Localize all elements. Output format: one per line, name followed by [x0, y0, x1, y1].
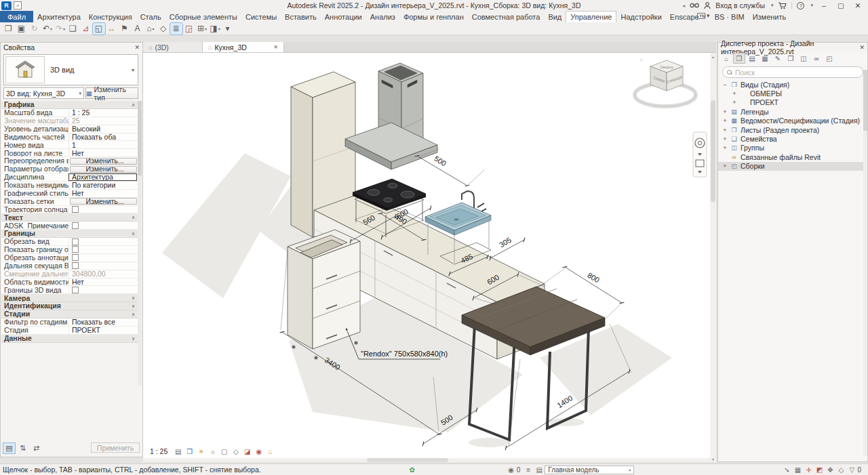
property-value[interactable]: Изменить...: [70, 158, 137, 165]
ribbon-tab[interactable]: Конструкция: [85, 11, 136, 22]
sort-grouping-icon[interactable]: ⇄: [31, 443, 42, 453]
select-links-icon[interactable]: ➘: [781, 466, 792, 474]
type-caret-icon[interactable]: ▾: [132, 67, 138, 73]
ribbon-tab[interactable]: Анализ: [366, 11, 399, 22]
editing-requests-icon[interactable]: ◉: [506, 466, 517, 474]
scroll-thumb[interactable]: [711, 100, 715, 202]
property-value[interactable]: Нет: [68, 149, 138, 157]
expand-icon[interactable]: +: [722, 108, 728, 115]
print-icon[interactable]: ❑: [67, 23, 79, 35]
worksets-icon[interactable]: ≡: [523, 466, 534, 474]
property-value[interactable]: [68, 222, 138, 229]
horizontal-scrollbar[interactable]: [143, 458, 710, 462]
expand-icon[interactable]: +: [722, 144, 728, 151]
property-value[interactable]: [68, 206, 138, 213]
property-row[interactable]: Графика ∧: [1, 101, 138, 109]
qat-customize-icon[interactable]: ▾: [222, 23, 234, 35]
visual-style-icon[interactable]: ❒: [184, 447, 195, 456]
section-box-icon[interactable]: ◱: [93, 23, 105, 35]
ribbon-tab[interactable]: Формы и генплан: [399, 11, 468, 22]
temporary-hide-icon[interactable]: ◪: [242, 447, 252, 456]
exclude-options-icon[interactable]: ◇: [835, 466, 846, 474]
tree-item-legends[interactable]: + ▤ Легенды: [718, 107, 867, 116]
tree-item-groups[interactable]: + ◫ Группы: [718, 144, 867, 152]
property-row[interactable]: Смещение дальнего пр... 304800,00: [1, 270, 138, 278]
property-value[interactable]: Архитектура: [68, 173, 137, 181]
property-value[interactable]: [68, 286, 138, 293]
ribbon-tab[interactable]: BS · BIM: [711, 11, 749, 22]
reveal-hidden-icon[interactable]: ◉: [254, 447, 264, 456]
shadows-icon[interactable]: ☼: [208, 447, 218, 456]
property-value[interactable]: [68, 238, 138, 245]
tag-icon[interactable]: ⚑: [119, 23, 131, 35]
viewcube[interactable]: Сверху Слева Спереди ⌂: [635, 58, 696, 106]
close-view-icon[interactable]: ✕: [273, 44, 278, 50]
select-by-face-icon[interactable]: ◩: [814, 466, 825, 474]
property-row[interactable]: Показать невидимые л... По категории: [1, 182, 138, 190]
property-row[interactable]: Траектория солнца: [1, 206, 138, 214]
property-value[interactable]: По категории: [68, 182, 138, 189]
worksharing-display-icon[interactable]: ⌂: [265, 447, 275, 456]
property-value[interactable]: Высокий: [68, 125, 138, 133]
drawing-area[interactable]: 500 600 560 490 485 305 600 800 3400 500…: [143, 53, 710, 462]
property-row[interactable]: Идентификация ∨: [1, 302, 138, 310]
property-row[interactable]: Значение масштаба 1: 25: [1, 117, 138, 125]
section-chevron-icon[interactable]: ∨: [132, 336, 135, 341]
document-icon[interactable]: ≡: [14, 1, 22, 9]
property-value[interactable]: [68, 254, 138, 262]
section-chevron-icon[interactable]: ∧: [132, 312, 135, 316]
property-value[interactable]: [68, 262, 138, 270]
property-value[interactable]: Изменить...: [70, 198, 137, 205]
tree-item-schedules[interactable]: + ▦ Ведомости/Спецификации (Стадия): [718, 117, 867, 125]
property-row[interactable]: Камера ∨: [1, 294, 138, 302]
property-row[interactable]: Переопределения види... Изменить...: [1, 157, 138, 165]
expand-icon[interactable]: +: [732, 90, 737, 97]
sun-path-icon[interactable]: ☀: [196, 447, 206, 456]
property-row[interactable]: Показать границу обре...: [1, 246, 138, 254]
collapse-icon[interactable]: ◂: [682, 3, 685, 9]
dim-table-800[interactable]: 800: [586, 271, 601, 285]
close-properties-icon[interactable]: ✕: [134, 44, 140, 51]
expand-icon[interactable]: +: [722, 117, 728, 124]
search-icon[interactable]: [690, 2, 699, 9]
search-input[interactable]: [735, 68, 859, 77]
aligned-dimension-icon[interactable]: ↔: [106, 23, 118, 35]
expand-icon[interactable]: +: [722, 127, 728, 133]
ribbon-tab[interactable]: Архитектура: [33, 11, 85, 22]
property-row[interactable]: Обрезать вид: [1, 238, 138, 246]
vertical-scrollbar[interactable]: ▴ ▾: [710, 53, 716, 462]
ribbon-tab[interactable]: Совместная работа: [468, 11, 545, 22]
properties-scrollbar[interactable]: [138, 101, 142, 386]
section-chevron-icon[interactable]: ∧: [132, 231, 135, 236]
apply-button[interactable]: Применить: [91, 442, 140, 453]
properties-filter-icon[interactable]: ▤: [3, 443, 15, 453]
section-chevron-icon[interactable]: ∨: [132, 295, 135, 300]
user-interface-icon[interactable]: ◨▾: [209, 23, 221, 35]
measure-icon[interactable]: ⊿: [80, 23, 92, 35]
section-chevron-icon[interactable]: ∧: [132, 215, 135, 220]
design-option-select[interactable]: Главная модель ▾: [545, 466, 634, 474]
property-row[interactable]: Масштаб вида 1 : 25: [1, 109, 138, 117]
help-icon[interactable]: ?: [797, 2, 804, 9]
property-row[interactable]: Данные ∨: [1, 335, 138, 343]
text-icon[interactable]: A: [132, 23, 144, 35]
property-value[interactable]: 304800,00: [68, 270, 138, 278]
section-icon[interactable]: ◇: [157, 23, 170, 35]
ribbon-tab[interactable]: Сталь: [136, 11, 165, 22]
property-row[interactable]: Уровень детализации Высокий: [1, 125, 138, 133]
property-row[interactable]: Видимость частей Показать оба: [1, 133, 138, 142]
detail-level-icon[interactable]: ▤: [173, 447, 183, 456]
select-pinned-icon[interactable]: ✛: [803, 466, 814, 474]
property-row[interactable]: Границы 3D вида: [1, 286, 138, 294]
section-chevron-icon[interactable]: ∨: [132, 304, 135, 308]
restore-button[interactable]: ▢: [835, 1, 847, 9]
tree-item-families[interactable]: + ❑ Семейства: [718, 134, 867, 143]
tree-item-assemblies[interactable]: + ◰ Сборки: [718, 162, 867, 171]
ribbon-tab[interactable]: Сборные элементы: [165, 11, 241, 22]
sign-in-label[interactable]: Вход в службы: [715, 1, 765, 9]
property-value[interactable]: Показать все: [68, 318, 138, 326]
filter-icon[interactable]: ▽: [846, 466, 857, 474]
property-row[interactable]: Дальняя секущая Вкл: [1, 262, 138, 270]
drag-on-selection-icon[interactable]: ✥: [825, 466, 835, 474]
thin-lines-icon[interactable]: ≣: [170, 23, 182, 35]
